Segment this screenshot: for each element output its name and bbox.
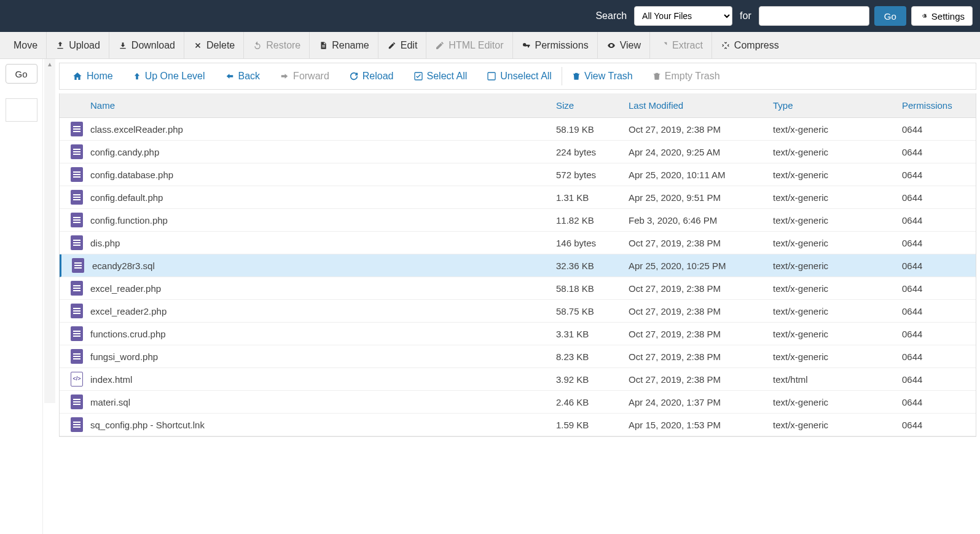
file-modified: Oct 27, 2019, 2:38 PM [629, 351, 773, 362]
unselect-all-button[interactable]: Unselect All [477, 64, 562, 88]
forward-arrow-icon [280, 72, 289, 80]
gear-icon [919, 12, 928, 20]
file-name: dis.php [88, 238, 556, 248]
permissions-button[interactable]: Permissions [513, 32, 598, 59]
restore-button: Restore [244, 32, 310, 59]
checkbox-checked-icon [414, 71, 423, 81]
trash-icon [653, 71, 661, 81]
delete-icon [193, 41, 203, 50]
settings-button[interactable]: Settings [911, 6, 973, 26]
file-name: config.database.php [88, 170, 556, 180]
move-button[interactable]: Move [5, 32, 47, 59]
file-name: class.excelReader.php [88, 124, 556, 135]
back-button[interactable]: Back [215, 64, 270, 88]
file-permissions: 0644 [902, 420, 976, 430]
reload-icon [349, 71, 359, 81]
file-permissions: 0644 [902, 397, 976, 407]
file-type: text/x-generic [773, 329, 902, 339]
file-icon [72, 258, 84, 273]
file-permissions: 0644 [902, 192, 976, 203]
file-icon-cell [60, 122, 88, 136]
col-name-header[interactable]: Name [88, 100, 556, 111]
table-row[interactable]: config.function.php11.82 KBFeb 3, 2020, … [60, 209, 976, 232]
search-go-button[interactable]: Go [874, 6, 906, 26]
file-type: text/x-generic [773, 351, 902, 362]
col-type-header[interactable]: Type [773, 100, 902, 111]
file-size: 3.92 KB [556, 374, 629, 385]
table-row[interactable]: ecandy28r3.sql32.36 KBApr 25, 2020, 10:2… [60, 254, 976, 277]
file-icon [71, 349, 83, 364]
file-type: text/x-generic [773, 215, 902, 226]
table-row[interactable]: dis.php146 bytesOct 27, 2019, 2:38 PMtex… [60, 232, 976, 254]
rename-button[interactable]: Rename [310, 32, 378, 59]
file-permissions: 0644 [902, 351, 976, 362]
tree-placeholder [6, 98, 37, 122]
forward-button: Forward [270, 64, 339, 88]
compress-icon [721, 41, 731, 50]
file-modified: Oct 27, 2019, 2:38 PM [629, 124, 773, 135]
table-row[interactable]: config.database.php572 bytesApr 25, 2020… [60, 163, 976, 186]
file-modified: Apr 15, 2020, 1:53 PM [629, 420, 773, 430]
file-size: 572 bytes [556, 170, 629, 180]
file-modified: Oct 27, 2019, 2:38 PM [629, 374, 773, 385]
up-one-level-button[interactable]: Up One Level [123, 64, 215, 88]
delete-button[interactable]: Delete [184, 32, 244, 59]
file-permissions: 0644 [902, 374, 976, 385]
file-permissions: 0644 [902, 124, 976, 135]
content-area: Home Up One Level Back Forward Reload Se… [55, 59, 980, 534]
file-size: 3.31 KB [556, 329, 629, 339]
file-modified: Feb 3, 2020, 6:46 PM [629, 215, 773, 226]
file-name: functions.crud.php [88, 329, 556, 339]
table-row[interactable]: excel_reader.php58.18 KBOct 27, 2019, 2:… [60, 277, 976, 300]
file-icon-cell [60, 372, 88, 387]
file-permissions: 0644 [902, 215, 976, 226]
file-icon [71, 190, 83, 205]
home-button[interactable]: Home [62, 64, 123, 88]
search-scope-select[interactable]: All Your Files [634, 6, 732, 26]
left-scroll-track[interactable]: ▲ [44, 59, 55, 403]
select-all-button[interactable]: Select All [404, 64, 477, 88]
file-modified: Oct 27, 2019, 2:38 PM [629, 238, 773, 248]
main-area: Go ▲ Home Up One Level Back Forward [0, 59, 980, 534]
file-size: 58.18 KB [556, 283, 629, 294]
table-row[interactable]: sq_config.php - Shortcut.lnk1.59 KBApr 1… [60, 414, 976, 436]
edit-button[interactable]: Edit [378, 32, 427, 59]
table-row[interactable]: config.candy.php224 bytesApr 24, 2020, 9… [60, 141, 976, 163]
edit-icon [387, 41, 397, 50]
file-icon-cell [60, 304, 88, 318]
search-input[interactable] [759, 6, 869, 26]
col-perm-header[interactable]: Permissions [902, 100, 976, 111]
file-icon-cell [60, 235, 88, 250]
table-row[interactable]: excel_reader2.php58.75 KBOct 27, 2019, 2… [60, 300, 976, 323]
file-permissions: 0644 [902, 170, 976, 180]
col-modified-header[interactable]: Last Modified [629, 100, 773, 111]
reload-button[interactable]: Reload [339, 64, 404, 88]
file-icon [71, 326, 83, 341]
file-type: text/x-generic [773, 283, 902, 294]
table-row[interactable]: class.excelReader.php58.19 KBOct 27, 201… [60, 118, 976, 141]
table-row[interactable]: fungsi_word.php8.23 KBOct 27, 2019, 2:38… [60, 345, 976, 368]
col-size-header[interactable]: Size [556, 100, 629, 111]
download-button[interactable]: Download [109, 32, 184, 59]
upload-button[interactable]: Upload [47, 32, 109, 59]
home-icon [72, 71, 83, 81]
file-icon-cell [60, 167, 88, 182]
table-row[interactable]: config.default.php1.31 KBApr 25, 2020, 9… [60, 186, 976, 209]
file-type: text/x-generic [773, 306, 902, 316]
table-row[interactable]: materi.sql2.46 KBApr 24, 2020, 1:37 PMte… [60, 391, 976, 414]
settings-label: Settings [931, 11, 965, 22]
left-go-button[interactable]: Go [6, 64, 37, 84]
table-row[interactable]: functions.crud.php3.31 KBOct 27, 2019, 2… [60, 323, 976, 345]
view-button[interactable]: View [598, 32, 650, 59]
svg-rect-0 [323, 45, 326, 45]
table-row[interactable]: index.html3.92 KBOct 27, 2019, 2:38 PMte… [60, 368, 976, 391]
file-icon [71, 372, 83, 387]
file-modified: Apr 24, 2020, 9:25 AM [629, 147, 773, 157]
empty-trash-button: Empty Trash [643, 64, 730, 88]
compress-button[interactable]: Compress [712, 32, 788, 59]
file-modified: Oct 27, 2019, 2:38 PM [629, 283, 773, 294]
file-permissions: 0644 [902, 306, 976, 316]
view-trash-button[interactable]: View Trash [562, 64, 643, 88]
file-modified: Oct 27, 2019, 2:38 PM [629, 306, 773, 316]
file-name: materi.sql [88, 397, 556, 407]
